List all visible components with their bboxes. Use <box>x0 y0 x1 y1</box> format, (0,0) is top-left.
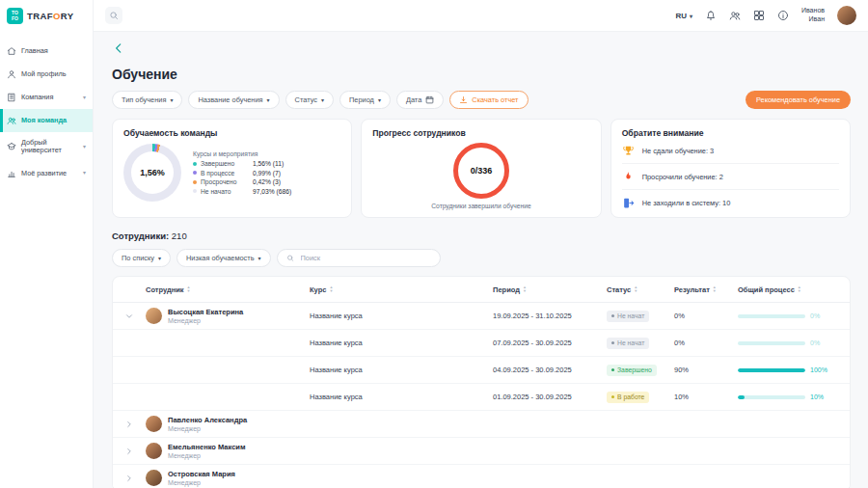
result-value: 0% <box>674 339 738 347</box>
card-title: Обучаемость команды <box>123 128 340 138</box>
table-header: Сотрудник▲▼ Курс▲▼ Период▲▼ Статус▲▼ Рез… <box>113 277 850 303</box>
trophy-icon <box>622 145 635 157</box>
flame-icon <box>622 171 635 183</box>
table-row[interactable]: Высоцкая ЕкатеринаМенеджер Название курс… <box>113 303 850 330</box>
sort-icon: ▲▼ <box>329 285 333 292</box>
language-label: RU <box>675 12 687 20</box>
legend-dot <box>193 171 197 175</box>
users-icon[interactable] <box>729 10 741 21</box>
course-name: Название курса <box>310 393 493 401</box>
sidebar-item-profile[interactable]: Мой профиль <box>0 63 93 86</box>
download-report-button[interactable]: Скачать отчет <box>449 91 528 109</box>
sidebar-item-company[interactable]: Компания ▾ <box>0 86 93 109</box>
sidebar: TO FO TRAFORY Главная Мой профиль Компан… <box>0 0 94 488</box>
apps-grid-icon[interactable] <box>753 10 765 21</box>
language-selector[interactable]: RU ▾ <box>675 12 692 20</box>
sidebar-item-label: Компания <box>21 94 53 101</box>
team-icon <box>7 116 16 125</box>
chevron-down-icon: ▾ <box>258 255 261 261</box>
employees-count-value: 210 <box>172 230 187 241</box>
sort-icon: ▲▼ <box>713 285 717 292</box>
sort-icon: ▲▼ <box>634 285 637 292</box>
column-header-period[interactable]: Период▲▼ <box>493 285 607 294</box>
brand-logo[interactable]: TO FO TRAFORY <box>0 0 93 32</box>
sidebar-item-development[interactable]: Моё развитие ▾ <box>0 162 93 185</box>
notifications-bell-icon[interactable] <box>705 10 717 21</box>
brand-wordmark: TRAFORY <box>27 11 73 21</box>
attention-label: Не заходили в систему: 10 <box>642 199 731 207</box>
column-header-course[interactable]: Курс▲▼ <box>310 285 493 294</box>
course-name: Название курса <box>310 312 493 320</box>
employee-role: Менеджер <box>168 425 247 432</box>
filter-status[interactable]: Статус▾ <box>285 91 334 109</box>
table-row[interactable]: Павленко АлександраМенеджер <box>113 411 850 438</box>
attention-label: Не сдали обучение: 3 <box>642 147 715 155</box>
filter-by-list[interactable]: По списку▾ <box>112 249 171 267</box>
progress-bar: 0% <box>738 312 850 319</box>
chevron-down-icon: ▾ <box>170 96 173 103</box>
filter-date[interactable]: Дата <box>396 91 444 109</box>
table-row[interactable]: Название курса 04.09.2025 - 30.09.2025 З… <box>113 357 850 384</box>
table-row[interactable]: Емельяненко МаксимМенеджер <box>113 438 850 465</box>
progress-ring-chart: 0/336 <box>453 143 509 199</box>
collapse-row-button[interactable] <box>113 312 146 321</box>
employees-filters-row: По списку▾ Низкая обучаемость▾ <box>112 249 851 267</box>
column-header-result[interactable]: Результат▲▼ <box>674 285 738 294</box>
column-header-employee[interactable]: Сотрудник▲▼ <box>146 285 310 294</box>
sidebar-item-university[interactable]: Добрый университет ▾ <box>0 132 93 162</box>
legend-dot <box>193 180 197 184</box>
search-input[interactable] <box>299 253 431 263</box>
ring-center-value: 0/336 <box>471 166 493 176</box>
filter-low-learnability[interactable]: Низкая обучаемость▾ <box>176 249 271 267</box>
brand-logo-line2: FO <box>12 16 18 22</box>
user-icon <box>7 69 16 79</box>
search-button[interactable] <box>105 7 122 24</box>
topbar-actions: RU ▾ Иванов Иван <box>675 6 856 25</box>
attention-item: Не сдали обучение: 3 <box>622 138 839 164</box>
user-first-name: Иван <box>801 15 825 24</box>
sidebar-item-home[interactable]: Главная <box>0 40 93 63</box>
user-menu[interactable]: Иванов Иван <box>801 7 825 24</box>
result-value: 0% <box>674 312 738 320</box>
sort-icon: ▲▼ <box>523 285 527 292</box>
search-icon <box>109 11 119 20</box>
team-learnability-card: Обучаемость команды 1,56% Курсы и меропр… <box>112 119 352 218</box>
table-row[interactable]: Название курса 01.09.2025 - 30.09.2025 В… <box>113 384 850 411</box>
avatar[interactable] <box>837 6 856 25</box>
column-header-progress[interactable]: Общий процесс▲▼ <box>738 285 850 294</box>
expand-row-button[interactable] <box>113 447 146 456</box>
filter-period[interactable]: Период▾ <box>339 91 391 109</box>
main-content: Обучение Тип обучения▾ Название обучения… <box>95 32 868 488</box>
table-row[interactable]: Островская МарияМенеджер <box>113 465 850 488</box>
filter-training-type[interactable]: Тип обучения▾ <box>112 91 182 109</box>
table-row[interactable]: Название курса 07.09.2025 - 30.09.2025 Н… <box>113 330 850 357</box>
expand-row-button[interactable] <box>113 474 146 483</box>
donut-center-value: 1,56% <box>123 144 181 202</box>
card-title: Обратите внимание <box>622 128 839 138</box>
sort-icon: ▲▼ <box>798 285 801 292</box>
legend-dot <box>193 189 197 193</box>
attention-item: Просрочили обучение: 2 <box>622 164 839 190</box>
sort-icon: ▲▼ <box>187 285 191 292</box>
info-icon[interactable] <box>777 10 789 21</box>
home-icon <box>7 46 16 56</box>
sidebar-item-my-team[interactable]: Моя команда <box>0 109 93 132</box>
progress-bar: 100% <box>738 366 850 373</box>
course-period: 19.09.2025 - 31.10.2025 <box>493 312 607 320</box>
recommend-training-button[interactable]: Рекомендовать обучение <box>746 91 851 109</box>
expand-row-button[interactable] <box>113 420 146 429</box>
back-button[interactable] <box>112 41 125 55</box>
progress-bar: 0% <box>738 339 850 346</box>
attention-label: Просрочили обучение: 2 <box>642 173 723 181</box>
legend-dot <box>193 162 197 166</box>
column-header-status[interactable]: Статус▲▼ <box>607 285 674 294</box>
user-last-name: Иванов <box>801 7 825 15</box>
legend-item: Не начато97,03% (686) <box>193 188 340 195</box>
chart-bars-icon <box>7 169 16 178</box>
sidebar-item-label: Моё развитие <box>21 170 67 177</box>
course-period: 04.09.2025 - 30.09.2025 <box>493 366 607 374</box>
filter-training-name[interactable]: Название обучения▾ <box>188 91 279 109</box>
employee-search[interactable] <box>277 249 441 267</box>
chevron-down-icon: ▾ <box>83 170 86 176</box>
sidebar-item-label: Мой профиль <box>21 70 67 78</box>
